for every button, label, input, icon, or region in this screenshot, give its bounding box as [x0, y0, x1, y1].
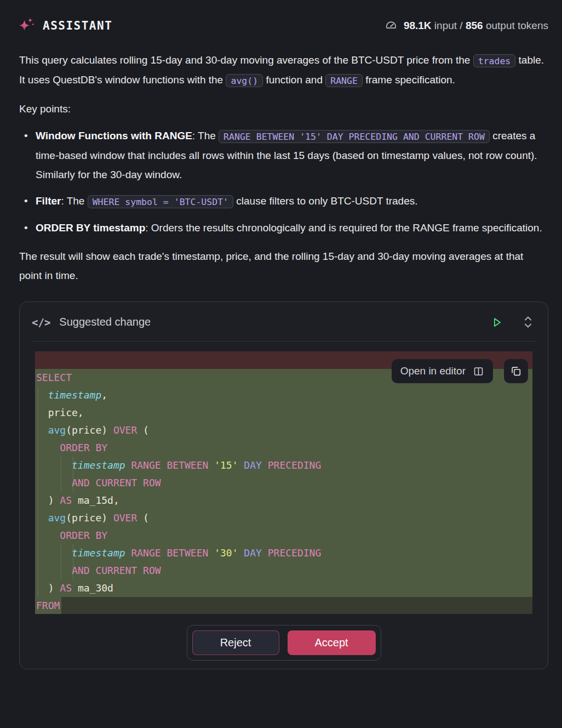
code-line: ) AS ma_15d,: [35, 492, 532, 509]
chevron-up-down-icon: [524, 315, 532, 329]
assistant-role-label: ASSISTANT: [43, 19, 112, 32]
suggested-change-header: </> Suggested change: [20, 302, 548, 341]
inline-code-chip: avg(): [226, 74, 263, 87]
code-line: ORDER BY: [35, 527, 532, 544]
code-line: avg(price) OVER (: [35, 422, 532, 439]
code-line: timestamp RANGE BETWEEN '30' DAY PRECEDI…: [35, 544, 532, 562]
indent-guide: [38, 386, 38, 597]
play-icon: [491, 316, 503, 329]
suggested-change-title: Suggested change: [59, 316, 489, 328]
gauge-icon: [385, 19, 398, 32]
key-point-item: ORDER BY timestamp: Orders the results c…: [19, 218, 548, 237]
code-overlay-actions: Open in editor: [392, 359, 528, 383]
inline-code-chip: RANGE BETWEEN '15' DAY PRECEDING AND CUR…: [219, 130, 490, 143]
assistant-message-page: ASSISTANT 98.1K input / 856 output token…: [0, 0, 562, 728]
code-line: price,: [35, 404, 532, 422]
inline-code-chip: WHERE symbol = 'BTC-USDT': [88, 195, 233, 208]
assistant-identity: ASSISTANT: [17, 16, 112, 35]
message-header: ASSISTANT 98.1K input / 856 output token…: [19, 16, 548, 35]
code-line: timestamp RANGE BETWEEN '15' DAY PRECEDI…: [35, 457, 532, 474]
code-diff: SELECT timestamp, price, avg(price) OVER…: [35, 351, 532, 614]
inline-code-chip: RANGE: [325, 74, 363, 87]
message-paragraph: The result will show each trade's timest…: [19, 247, 548, 285]
split-columns-icon: [473, 366, 484, 377]
code-line: timestamp,: [35, 386, 532, 404]
open-in-editor-label: Open in editor: [400, 365, 466, 377]
run-query-button[interactable]: [489, 314, 505, 331]
sparkles-icon: [17, 16, 36, 35]
code-line: AND CURRENT ROW: [35, 474, 532, 492]
collapse-panel-button[interactable]: [521, 312, 535, 332]
indent-guide: [61, 544, 61, 579]
code-line: avg(price) OVER (: [35, 509, 532, 527]
key-point-item: Window Functions with RANGE: The RANGE B…: [19, 126, 548, 184]
key-point-item: Filter: The WHERE symbol = 'BTC-USDT' cl…: [19, 191, 548, 211]
copy-icon: [510, 365, 522, 377]
open-in-editor-button[interactable]: Open in editor: [392, 359, 493, 383]
indent-guide: [73, 544, 73, 579]
diff-actions: Reject Accept: [20, 625, 548, 661]
reject-button[interactable]: Reject: [192, 630, 279, 655]
divider: [31, 341, 537, 342]
key-points-list: Window Functions with RANGE: The RANGE B…: [19, 126, 548, 237]
message-paragraph: This query calculates rolling 15-day and…: [19, 50, 548, 90]
code-icon: </>: [32, 316, 50, 328]
copy-code-button[interactable]: [504, 359, 528, 383]
suggested-change-card: </> Suggested change: [19, 302, 548, 669]
code-line: ) AS ma_30d: [35, 579, 532, 597]
sql-code-block: SELECT timestamp, price, avg(price) OVER…: [35, 351, 532, 614]
code-line: ORDER BY: [35, 439, 532, 457]
accept-button[interactable]: Accept: [288, 630, 376, 655]
indent-guide: [73, 457, 73, 492]
key-points-label: Key points:: [19, 99, 548, 118]
inline-code-chip: trades: [473, 54, 516, 67]
code-line: FROM: [35, 597, 532, 614]
code-line: AND CURRENT ROW: [35, 562, 532, 579]
message-content: ASSISTANT 98.1K input / 856 output token…: [0, 0, 562, 669]
token-usage-text: 98.1K input / 856 output tokens: [404, 20, 548, 32]
token-usage: 98.1K input / 856 output tokens: [385, 19, 548, 32]
diff-actions-box: Reject Accept: [187, 625, 381, 661]
indent-guide: [61, 457, 61, 492]
